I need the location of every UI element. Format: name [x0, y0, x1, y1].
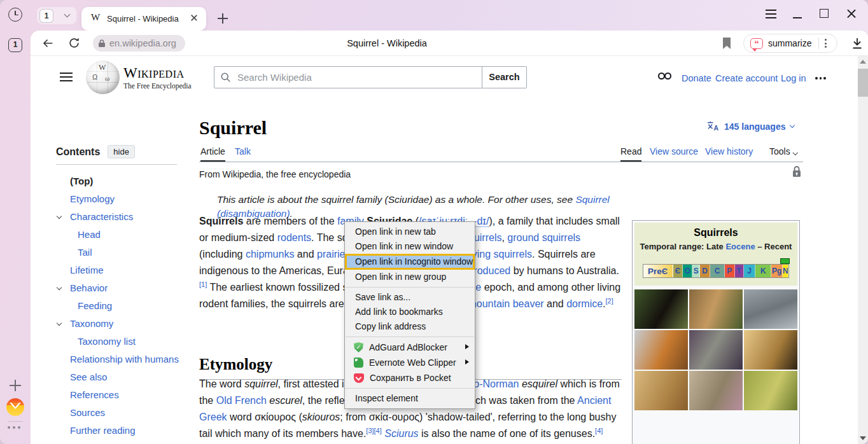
- tab-view-source[interactable]: View source: [650, 146, 698, 156]
- article-link[interactable]: dormice: [566, 298, 603, 309]
- squirrel-photo[interactable]: [744, 289, 797, 329]
- squirrel-photo[interactable]: [744, 371, 797, 410]
- scroll-down-arrow[interactable]: [860, 436, 866, 440]
- squirrel-photo[interactable]: [744, 330, 797, 370]
- timeline-segment[interactable]: K: [755, 265, 771, 277]
- timeline-segment[interactable]: T: [735, 265, 744, 277]
- toc-item-behavior[interactable]: Behavior: [56, 279, 192, 297]
- minimize-button[interactable]: [790, 6, 806, 22]
- timeline-segment[interactable]: P: [725, 265, 735, 277]
- toc-item-relationship-with-humans[interactable]: Relationship with humans: [56, 350, 192, 368]
- search-input[interactable]: [236, 71, 482, 83]
- reference-link[interactable]: [2]: [606, 297, 613, 305]
- summarize-button[interactable]: “ summarize: [743, 34, 837, 53]
- sidebar-more-icon[interactable]: [8, 426, 24, 429]
- close-window-button[interactable]: [844, 6, 859, 22]
- languages-button[interactable]: A 145 languages: [706, 120, 794, 132]
- tab-article[interactable]: Article: [200, 146, 225, 162]
- yandex-mail-icon[interactable]: [6, 398, 24, 416]
- squirrel-photo[interactable]: [634, 330, 688, 370]
- back-icon[interactable]: [41, 36, 55, 50]
- toc-hide-button[interactable]: hide: [108, 145, 135, 158]
- log-in-link[interactable]: Log in: [781, 73, 806, 83]
- menu-item-open-link-new-tab[interactable]: Open link in new tab: [345, 225, 475, 239]
- toc-item-sources[interactable]: Sources: [56, 404, 192, 422]
- chevron-down-icon[interactable]: [57, 321, 62, 326]
- sidebar-add-icon[interactable]: [9, 379, 22, 392]
- tab-tools[interactable]: Tools: [769, 146, 797, 156]
- article-link[interactable]: Eocene: [725, 242, 755, 251]
- toc-item-tail[interactable]: Tail: [56, 244, 192, 261]
- timeline-segment[interactable]: Pg: [771, 265, 783, 277]
- active-tab[interactable]: W Squirrel - Wikipedia: [81, 7, 206, 31]
- personal-tools-ellipsis-icon[interactable]: [815, 73, 826, 80]
- article-link[interactable]: Old French: [216, 395, 267, 406]
- timeline-segment[interactable]: D: [700, 265, 710, 277]
- menu-item-adguard-adblocker[interactable]: ✓ AdGuard AdBlocker: [345, 340, 475, 355]
- toc-item-see-also[interactable]: See also: [56, 368, 192, 386]
- chevron-down-icon[interactable]: [57, 214, 62, 219]
- tab-group-counter[interactable]: 1: [37, 7, 76, 24]
- menu-item-add-link-to-bookmarks[interactable]: Add link to bookmarks: [345, 305, 475, 319]
- search-box[interactable]: [214, 66, 482, 88]
- create-account-link[interactable]: Create account: [715, 73, 778, 83]
- timeline-segment[interactable]: C: [710, 265, 725, 277]
- article-link[interactable]: mountain beaver: [468, 298, 543, 309]
- kebab-menu-icon[interactable]: [825, 39, 827, 48]
- chevron-down-icon[interactable]: [57, 285, 62, 290]
- tab-read[interactable]: Read: [620, 146, 641, 162]
- toc-item-top[interactable]: (Top): [56, 172, 192, 190]
- article-link[interactable]: chipmunks: [246, 249, 294, 260]
- bookmark-icon[interactable]: [722, 37, 732, 50]
- toc-item-characteristics[interactable]: Characteristics: [56, 208, 192, 226]
- appearance-glasses-icon[interactable]: [658, 73, 671, 80]
- page-protection-lock-icon[interactable]: [792, 165, 802, 181]
- article-link[interactable]: ground squirrels: [507, 232, 580, 243]
- menu-item-open-link-incognito-window[interactable]: Open link in Incognito window: [345, 254, 475, 270]
- wikipedia-globe-logo[interactable]: WΩω: [86, 60, 120, 94]
- search-button[interactable]: Search: [482, 66, 527, 88]
- url-pill[interactable]: en.wikipedia.org: [93, 35, 185, 52]
- squirrel-photo[interactable]: [689, 330, 743, 370]
- wiki-hamburger-icon[interactable]: [60, 73, 74, 82]
- toc-item-lifetime[interactable]: Lifetime: [56, 261, 192, 279]
- squirrel-photo[interactable]: [634, 371, 688, 410]
- close-tab-icon[interactable]: [189, 13, 199, 23]
- menu-item-copy-link-address[interactable]: Copy link address: [345, 319, 475, 334]
- history-clock-icon[interactable]: [8, 8, 22, 22]
- menu-item-evernote-web-clipper[interactable]: Evernote Web Clipper: [345, 355, 475, 370]
- scrollbar-thumb[interactable]: [858, 69, 868, 97]
- timeline-segment[interactable]: N: [783, 265, 788, 277]
- downloads-icon[interactable]: [850, 36, 864, 50]
- toc-item-feeding[interactable]: Feeding: [56, 297, 192, 315]
- chevron-down-icon[interactable]: [64, 11, 71, 18]
- browser-menu-icon[interactable]: [764, 6, 779, 22]
- article-link[interactable]: rodents: [277, 232, 311, 243]
- maximize-button[interactable]: [817, 6, 832, 22]
- toc-item-further-reading[interactable]: Further reading: [56, 422, 192, 440]
- reload-icon[interactable]: [67, 36, 81, 50]
- tab-view-history[interactable]: View history: [705, 146, 753, 156]
- scrollbar[interactable]: [858, 56, 868, 444]
- reference-link[interactable]: [1]: [199, 281, 207, 288]
- donate-link[interactable]: Donate: [682, 73, 711, 83]
- menu-item-inspect-element[interactable]: Inspect element: [345, 391, 475, 406]
- menu-item-open-link-new-window[interactable]: Open link in new window: [345, 239, 475, 254]
- toc-item-head[interactable]: Head: [56, 226, 192, 244]
- menu-item-save-link-as[interactable]: Save link as...: [345, 290, 475, 305]
- tab-counter-badge[interactable]: 1: [8, 38, 22, 52]
- timeline-segment[interactable]: PreЄ: [643, 265, 673, 277]
- squirrel-photo[interactable]: [634, 289, 688, 329]
- toc-item-external-links[interactable]: External links: [56, 440, 192, 444]
- tab-talk[interactable]: Talk: [235, 146, 251, 156]
- squirrel-photo[interactable]: [689, 371, 743, 410]
- reference-link[interactable]: [4]: [595, 427, 603, 434]
- new-tab-button[interactable]: [213, 8, 233, 29]
- scroll-up-arrow[interactable]: [860, 60, 866, 64]
- timeline-segment[interactable]: S: [692, 265, 700, 277]
- menu-item-save-to-pocket[interactable]: Сохранить в Pocket: [345, 370, 475, 385]
- timeline-segment[interactable]: Є: [673, 265, 683, 277]
- toc-item-taxonomy[interactable]: Taxonomy: [56, 315, 192, 333]
- timeline-segment[interactable]: J: [744, 265, 756, 277]
- timeline-segment[interactable]: O: [683, 265, 692, 277]
